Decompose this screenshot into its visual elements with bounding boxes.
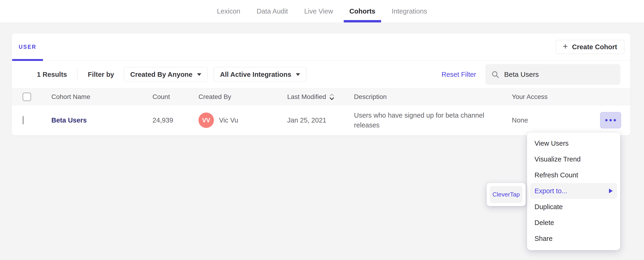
created-by-dropdown-value: Created By Anyone: [130, 71, 192, 78]
integrations-dropdown[interactable]: All Active Integrations: [214, 67, 306, 82]
integrations-dropdown-value: All Active Integrations: [220, 71, 291, 78]
sort-icon[interactable]: [329, 93, 334, 100]
top-navigation: Lexicon Data Audit Live View Cohorts Int…: [0, 0, 644, 23]
search-box: [486, 64, 620, 85]
menu-item-export-to[interactable]: Export to...: [530, 183, 617, 199]
row-actions-menu: View Users Visualize Trend Refresh Count…: [527, 132, 620, 250]
nav-tab-data-audit[interactable]: Data Audit: [251, 0, 294, 22]
column-header-count: Count: [152, 93, 198, 100]
tab-user[interactable]: USER: [12, 34, 43, 61]
results-count: 1 Results: [37, 71, 67, 78]
menu-item-delete[interactable]: Delete: [527, 215, 620, 230]
column-header-label: Cohort Name: [51, 93, 90, 100]
nav-tab-cohorts[interactable]: Cohorts: [344, 0, 381, 22]
select-all-checkbox[interactable]: [23, 93, 31, 101]
filter-bar: 1 Results Filter by Created By Anyone Al…: [12, 61, 630, 88]
menu-item-share[interactable]: Share: [527, 230, 620, 246]
column-header-label: Created By: [198, 93, 231, 100]
row-select-cell: [23, 116, 51, 124]
column-header-label: Count: [152, 93, 170, 100]
column-header-your-access: Your Access: [512, 93, 621, 100]
search-icon: [491, 70, 500, 79]
nav-tab-lexicon[interactable]: Lexicon: [211, 0, 246, 22]
menu-item-view-users[interactable]: View Users: [527, 135, 620, 151]
chevron-down-icon: [296, 73, 300, 76]
chevron-down-icon: [197, 73, 201, 76]
created-by-cell: VV Vic Vu: [198, 112, 287, 128]
column-header-label: Last Modified: [287, 93, 326, 100]
more-dots-icon: [614, 119, 616, 121]
column-header-cohort-name: Cohort Name: [51, 93, 152, 100]
more-dots-icon: [610, 119, 612, 121]
nav-tab-live-view[interactable]: Live View: [299, 0, 339, 22]
reset-filter-link[interactable]: Reset Filter: [442, 71, 476, 78]
plus-icon: +: [563, 42, 568, 51]
search-input[interactable]: [504, 70, 615, 78]
cohort-name-link[interactable]: Beta Users: [51, 116, 87, 124]
column-header-label: Your Access: [512, 93, 548, 100]
menu-item-visualize-trend[interactable]: Visualize Trend: [527, 151, 620, 167]
cohorts-panel: USER + Create Cohort 1 Results Filter by…: [12, 34, 630, 135]
create-cohort-label: Create Cohort: [572, 43, 617, 51]
table-row: Beta Users 24,939 VV Vic Vu Jan 25, 2021…: [12, 105, 630, 135]
column-header-label: Description: [354, 93, 387, 100]
submenu-arrow-icon: [609, 188, 613, 193]
avatar: VV: [198, 112, 214, 128]
tab-user-label: USER: [19, 44, 36, 50]
cohort-name-cell: Beta Users: [51, 116, 152, 124]
column-header-last-modified[interactable]: Last Modified: [287, 93, 354, 100]
your-access-value: None: [512, 116, 528, 124]
nav-tab-integrations[interactable]: Integrations: [386, 0, 433, 22]
select-all-cell: [23, 93, 51, 101]
column-header-description: Description: [354, 93, 512, 100]
row-actions-button[interactable]: [600, 112, 621, 128]
your-access-cell: None: [512, 112, 621, 128]
menu-item-refresh-count[interactable]: Refresh Count: [527, 167, 620, 183]
panel-tab-strip: USER + Create Cohort: [12, 34, 630, 61]
created-by-dropdown[interactable]: Created By Anyone: [124, 67, 208, 82]
more-dots-icon: [605, 119, 608, 121]
create-cohort-button[interactable]: + Create Cohort: [556, 40, 624, 54]
row-checkbox[interactable]: [23, 116, 24, 124]
submenu-item-clevertap[interactable]: CleverTap: [490, 186, 522, 203]
created-by-name: Vic Vu: [219, 116, 238, 124]
last-modified-cell: Jan 25, 2021: [287, 116, 354, 124]
description-cell: Users who have signed up for beta channe…: [354, 110, 492, 130]
menu-item-duplicate[interactable]: Duplicate: [527, 199, 620, 215]
table-header: Cohort Name Count Created By Last Modifi…: [12, 88, 630, 105]
filter-by-label: Filter by: [88, 71, 114, 78]
count-cell: 24,939: [152, 116, 198, 124]
export-submenu: CleverTap: [486, 183, 526, 206]
menu-item-export-to-label: Export to...: [534, 187, 567, 195]
column-header-created-by: Created By: [198, 93, 287, 100]
divider: [77, 68, 78, 80]
